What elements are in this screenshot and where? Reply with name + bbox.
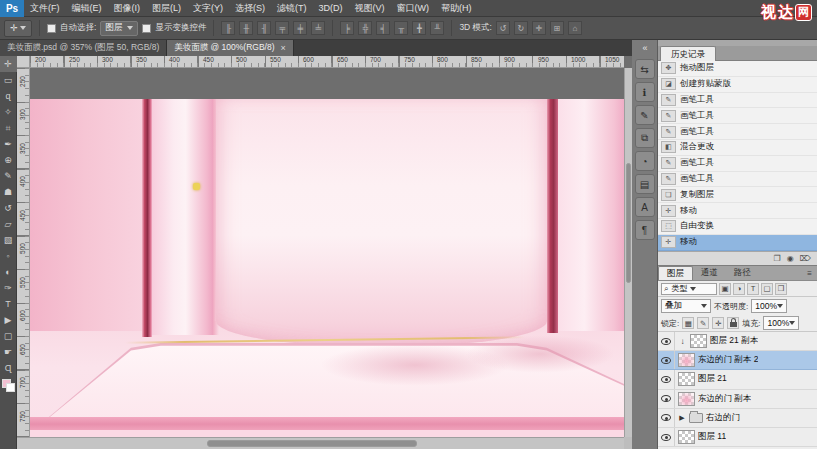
blur-tool[interactable]: ◦ xyxy=(0,248,17,264)
history-state[interactable]: ⬚自由变换 xyxy=(658,219,817,235)
lock-transparent-pixels-icon[interactable]: ▦ xyxy=(682,317,694,329)
styles-panel-icon[interactable]: ▤ xyxy=(635,174,655,194)
history-state[interactable]: ✎画笔工具 xyxy=(658,172,817,188)
distribute-middle-button[interactable]: ╋ xyxy=(412,21,426,35)
3d-roll-button[interactable]: ↻ xyxy=(514,21,528,35)
clone-source-panel-icon[interactable]: ⧉ xyxy=(635,128,655,148)
layer-group-row[interactable]: ▶ 右边的门 xyxy=(658,409,817,428)
distribute-bottom-button[interactable]: ╨ xyxy=(430,21,444,35)
group-expand-icon[interactable]: ▶ xyxy=(678,414,686,422)
expand-panels-icon[interactable]: « xyxy=(632,40,658,56)
delete-state-icon[interactable]: ⌦ xyxy=(800,254,811,263)
menu-image[interactable]: 图像(I) xyxy=(108,0,147,17)
align-top-button[interactable]: ╤ xyxy=(275,21,289,35)
new-snapshot-icon[interactable]: ◉ xyxy=(787,254,794,263)
zoom-tool[interactable]: Ɋ xyxy=(0,360,17,376)
layer-row[interactable]: ↓ 图层 21 副本 xyxy=(658,332,817,351)
distribute-left-button[interactable]: ╞ xyxy=(340,21,354,35)
background-color-swatch[interactable] xyxy=(6,383,15,392)
history-state[interactable]: ✎画笔工具 xyxy=(658,93,817,109)
document-tab-inactive[interactable]: 美妆面膜.psd @ 357% (图层 50, RGB/8) xyxy=(0,40,167,56)
menu-help[interactable]: 帮助(H) xyxy=(435,0,478,17)
gradient-tool[interactable]: ▧ xyxy=(0,232,17,248)
distribute-center-button[interactable]: ╬ xyxy=(358,21,372,35)
document-tab-active[interactable]: 美妆面膜 @ 100%(RGB/8) × xyxy=(167,40,294,56)
menu-select[interactable]: 选择(S) xyxy=(229,0,271,17)
3d-rotate-button[interactable]: ↺ xyxy=(496,21,510,35)
vertical-scrollbar[interactable] xyxy=(624,68,632,437)
history-state[interactable]: ✛移动 xyxy=(658,203,817,219)
auto-select-checkbox[interactable] xyxy=(47,24,56,33)
show-transform-checkbox[interactable] xyxy=(142,24,151,33)
properties-panel-icon[interactable]: ⇆ xyxy=(635,59,655,79)
history-state[interactable]: ✎画笔工具 xyxy=(658,156,817,172)
scrollbar-thumb[interactable] xyxy=(207,440,417,447)
filter-smart-objects-icon[interactable]: ❒ xyxy=(775,283,787,295)
dodge-tool[interactable]: ◐ xyxy=(0,264,17,280)
align-left-button[interactable]: ╟ xyxy=(221,21,235,35)
lock-all-icon[interactable] xyxy=(727,317,739,329)
opacity-dropdown[interactable]: 100% xyxy=(751,299,787,313)
3d-slide-button[interactable]: ⊞ xyxy=(550,21,564,35)
menu-file[interactable]: 文件(F) xyxy=(24,0,66,17)
filter-shape-layers-icon[interactable]: ▢ xyxy=(761,283,773,295)
clone-stamp-tool[interactable]: ☗ xyxy=(0,184,17,200)
filter-pixel-layers-icon[interactable]: ▣ xyxy=(719,283,731,295)
menu-view[interactable]: 视图(V) xyxy=(349,0,391,17)
distribute-top-button[interactable]: ╥ xyxy=(394,21,408,35)
visibility-toggle[interactable] xyxy=(658,390,675,408)
align-middle-button[interactable]: ╪ xyxy=(293,21,307,35)
marquee-tool[interactable]: ▭ xyxy=(0,72,17,88)
history-state[interactable]: ✎画笔工具 xyxy=(658,124,817,140)
menu-filter[interactable]: 滤镜(T) xyxy=(271,0,313,17)
brush-panel-icon[interactable]: ✎ xyxy=(635,105,655,125)
layer-filter-dropdown[interactable]: ⌕ 类型 xyxy=(661,283,717,295)
visibility-toggle[interactable] xyxy=(658,428,675,446)
visibility-toggle[interactable] xyxy=(658,370,675,388)
history-brush-tool[interactable]: ↺ xyxy=(0,200,17,216)
fill-dropdown[interactable]: 100% xyxy=(763,316,799,330)
canvas-viewport[interactable] xyxy=(30,68,624,437)
shape-tool[interactable]: ▢ xyxy=(0,328,17,344)
move-tool[interactable]: ✛ xyxy=(0,56,17,72)
close-icon[interactable]: × xyxy=(281,43,286,53)
horizontal-scrollbar[interactable] xyxy=(17,437,624,449)
history-state-selected[interactable]: ✛移动 xyxy=(658,235,817,251)
path-selection-tool[interactable]: ▶ xyxy=(0,312,17,328)
crop-tool[interactable]: ⌗ xyxy=(0,120,17,136)
layer-row[interactable]: 东边的门 副本 xyxy=(658,390,817,409)
quick-selection-tool[interactable]: ✧ xyxy=(0,104,17,120)
blend-mode-dropdown[interactable]: 叠加 xyxy=(661,299,711,313)
menu-3d[interactable]: 3D(D) xyxy=(313,0,349,17)
align-center-button[interactable]: ╫ xyxy=(239,21,253,35)
menu-window[interactable]: 窗口(W) xyxy=(391,0,436,17)
lock-image-pixels-icon[interactable]: ✎ xyxy=(697,317,709,329)
character-panel-icon[interactable]: A xyxy=(635,197,655,217)
tab-channels[interactable]: 通道 xyxy=(693,266,726,280)
visibility-toggle[interactable] xyxy=(658,409,675,427)
filter-type-layers-icon[interactable]: T xyxy=(747,283,759,295)
layer-row[interactable]: 图层 21 xyxy=(658,370,817,389)
tab-history[interactable]: 历史记录 xyxy=(660,46,716,61)
visibility-toggle[interactable] xyxy=(658,332,675,350)
3d-drag-button[interactable]: ✛ xyxy=(532,21,546,35)
history-state[interactable]: ◧混合更改 xyxy=(658,140,817,156)
layer-row-selected[interactable]: 东边的门 副本 2 xyxy=(658,351,817,370)
paragraph-panel-icon[interactable]: ¶ xyxy=(635,220,655,240)
distribute-right-button[interactable]: ╡ xyxy=(376,21,390,35)
type-tool[interactable]: T xyxy=(0,296,17,312)
visibility-toggle[interactable] xyxy=(658,351,675,369)
panel-menu-icon[interactable]: ≡ xyxy=(807,269,817,280)
history-state[interactable]: ✎画笔工具 xyxy=(658,108,817,124)
adjustments-panel-icon[interactable]: ◔ xyxy=(635,151,655,171)
lock-position-icon[interactable]: ✛ xyxy=(712,317,724,329)
hand-tool[interactable]: ☛ xyxy=(0,344,17,360)
auto-select-target-dropdown[interactable]: 图层 xyxy=(100,21,138,36)
tool-preset-picker[interactable]: ✛ xyxy=(4,20,32,37)
align-right-button[interactable]: ╢ xyxy=(257,21,271,35)
info-panel-icon[interactable]: ℹ xyxy=(635,82,655,102)
pen-tool[interactable]: ✑ xyxy=(0,280,17,296)
layer-row[interactable]: 图层 11 xyxy=(658,428,817,447)
healing-brush-tool[interactable]: ⊕ xyxy=(0,152,17,168)
eraser-tool[interactable]: ▱ xyxy=(0,216,17,232)
